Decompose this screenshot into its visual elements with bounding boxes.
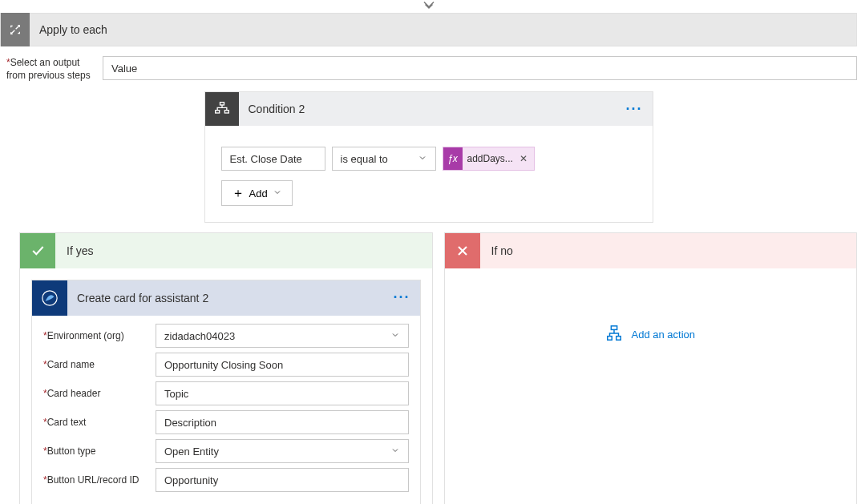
- card-name-value: Opportunity Closing Soon: [164, 359, 283, 371]
- card-text-value: Description: [164, 417, 216, 429]
- env-label: *Environment (org): [43, 330, 156, 341]
- action-title: Create card for assistant 2: [67, 292, 208, 304]
- check-icon: [20, 233, 55, 268]
- add-action-label: Add an action: [631, 329, 695, 341]
- more-menu-icon[interactable]: ···: [393, 290, 410, 304]
- svg-rect-4: [612, 326, 617, 330]
- output-selector-row: *Select an output from previous steps: [0, 46, 857, 91]
- apply-to-each-header[interactable]: Apply to each: [0, 13, 857, 46]
- flow-connector-top: [0, 0, 857, 13]
- if-yes-title: If yes: [55, 244, 93, 257]
- button-type-select[interactable]: Open Entity: [156, 439, 409, 463]
- chevron-down-icon: [273, 187, 282, 200]
- x-icon: [445, 233, 480, 268]
- create-card-action: Create card for assistant 2 ··· *Environ…: [31, 280, 421, 504]
- card-text-input[interactable]: Description: [156, 410, 409, 434]
- chevron-down-icon: [390, 446, 400, 458]
- svg-rect-0: [220, 103, 224, 105]
- if-yes-branch: If yes Create card for assistant 2 ··· *…: [19, 232, 433, 504]
- action-header[interactable]: Create card for assistant 2 ···: [32, 280, 420, 316]
- card-text-label: *Card text: [43, 417, 156, 428]
- button-url-input[interactable]: Opportunity: [156, 468, 409, 492]
- add-label: Add: [249, 187, 268, 200]
- condition-title: Condition 2: [239, 103, 305, 115]
- condition-operator-select[interactable]: is equal to: [332, 147, 436, 171]
- output-value-input[interactable]: [103, 56, 857, 80]
- add-action-button[interactable]: Add an action: [605, 325, 695, 345]
- svg-rect-5: [608, 337, 612, 341]
- button-type-value: Open Entity: [164, 446, 219, 458]
- condition-icon: [205, 92, 239, 126]
- condition-card: Condition 2 ··· Est. Close Date is equal…: [204, 91, 653, 223]
- card-header-label: *Card header: [43, 388, 156, 399]
- add-condition-button[interactable]: ＋ Add: [221, 180, 293, 206]
- chevron-down-icon: [418, 153, 427, 165]
- chevron-down-icon: [390, 330, 400, 342]
- dynamics-icon: [32, 280, 67, 316]
- env-value: zidadach04023: [164, 330, 235, 342]
- svg-rect-1: [215, 111, 219, 113]
- add-action-icon: [605, 325, 623, 345]
- apply-to-each-title: Apply to each: [30, 23, 107, 36]
- condition-operator-text: is equal to: [341, 153, 388, 165]
- fx-label: addDays...: [467, 153, 516, 164]
- plus-icon: ＋: [232, 187, 245, 200]
- output-label: *Select an output from previous steps: [6, 56, 103, 82]
- if-no-header[interactable]: If no: [445, 233, 857, 268]
- card-header-value: Topic: [164, 388, 188, 400]
- more-menu-icon[interactable]: ···: [625, 102, 642, 116]
- condition-left-text: Est. Close Date: [230, 153, 302, 165]
- svg-rect-2: [224, 111, 228, 113]
- card-name-label: *Card name: [43, 359, 156, 370]
- condition-header[interactable]: Condition 2 ···: [205, 92, 653, 126]
- card-header-input[interactable]: Topic: [156, 381, 409, 405]
- output-label-line2: from previous steps: [6, 70, 91, 81]
- loop-icon: [1, 13, 30, 46]
- close-icon[interactable]: ✕: [516, 153, 534, 164]
- card-name-input[interactable]: Opportunity Closing Soon: [156, 353, 409, 377]
- condition-left-operand[interactable]: Est. Close Date: [221, 147, 325, 171]
- button-url-label: *Button URL/record ID: [43, 474, 156, 486]
- if-no-title: If no: [480, 244, 513, 257]
- condition-right-fx-chip[interactable]: ƒx addDays... ✕: [443, 147, 535, 171]
- condition-expression-row: Est. Close Date is equal to ƒx addDays..…: [221, 147, 637, 171]
- fx-icon: ƒx: [443, 147, 463, 171]
- svg-rect-6: [616, 337, 621, 341]
- if-yes-header[interactable]: If yes: [20, 233, 432, 268]
- if-no-branch: If no Add an action: [444, 232, 858, 504]
- button-type-label: *Button type: [43, 446, 156, 457]
- output-label-line1: Select an output: [10, 57, 80, 68]
- button-url-value: Opportunity: [164, 474, 218, 486]
- env-select[interactable]: zidadach04023: [156, 324, 409, 348]
- arrow-down-icon: [422, 0, 436, 14]
